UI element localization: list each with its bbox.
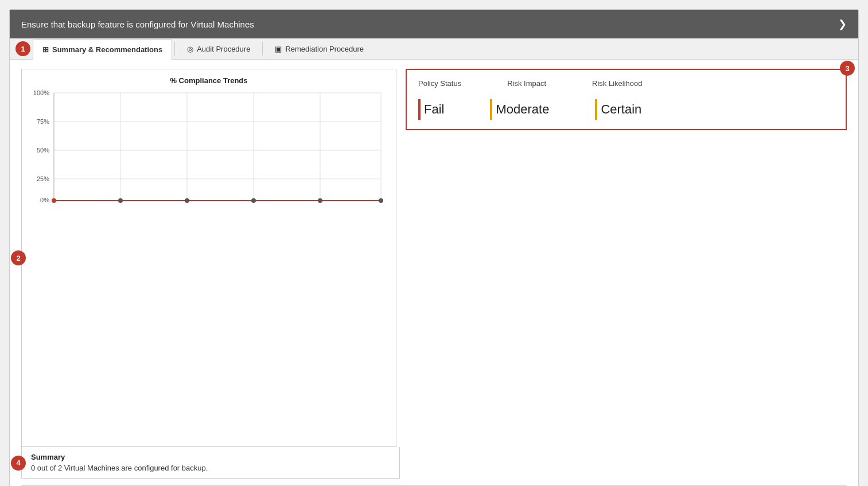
summary-text: 0 out of 2 Virtual Machines are configur…: [31, 464, 390, 472]
tab-separator-2: [262, 42, 263, 56]
policy-status-bar: [418, 99, 421, 120]
svg-point-20: [318, 198, 322, 203]
chart-svg: 100% 75% 50% 25% 0%: [31, 91, 387, 205]
risk-impact-value: Moderate: [490, 99, 549, 120]
main-card: Ensure that backup feature is configured…: [9, 9, 859, 486]
svg-text:0%: 0%: [40, 197, 49, 203]
tab-remediation-label: Remediation Procedure: [285, 45, 364, 53]
risk-likelihood-value: Certain: [595, 99, 641, 120]
step-circle-3: 3: [840, 61, 855, 76]
step-circle-4: 4: [11, 456, 26, 471]
top-section: 2 % Compliance Trends 100% 75% 50% 25%: [21, 69, 847, 447]
chart-wrapper: 2 % Compliance Trends 100% 75% 50% 25%: [21, 69, 396, 447]
tab-audit[interactable]: ◎ Audit Procedure: [177, 38, 260, 59]
tab-audit-label: Audit Procedure: [197, 45, 250, 53]
summary-title: Summary: [31, 453, 390, 461]
policy-status-value: Fail: [418, 99, 444, 120]
chart-section: % Compliance Trends 100% 75% 50% 25% 0%: [21, 69, 396, 447]
header-title: Ensure that backup feature is configured…: [21, 19, 254, 29]
chart-title: % Compliance Trends: [31, 76, 387, 85]
svg-text:50%: 50%: [37, 147, 49, 154]
page-wrapper: Ensure that backup feature is configured…: [0, 0, 868, 486]
step-circle-2: 2: [11, 250, 26, 265]
summary-section: Summary 0 out of 2 Virtual Machines are …: [21, 447, 400, 479]
recommendations-wrapper: 5 Recommendations Ensure that backup fea…: [21, 479, 847, 486]
status-values-row: Fail Moderate Certain: [418, 99, 834, 120]
step-circle-1: 1: [15, 41, 30, 56]
tab-remediation[interactable]: ▣ Remediation Procedure: [265, 38, 373, 59]
tab-bar: 1 ⊞ Summary & Recommendations ◎ Audit Pr…: [10, 38, 858, 60]
svg-text:100%: 100%: [33, 91, 49, 96]
summary-wrapper: 4 Summary 0 out of 2 Virtual Machines ar…: [21, 447, 847, 479]
svg-point-18: [185, 198, 189, 203]
status-labels-row: Policy Status Risk Impact Risk Likelihoo…: [418, 79, 834, 88]
tab-audit-icon: ◎: [187, 45, 193, 53]
content-area: 2 % Compliance Trends 100% 75% 50% 25%: [10, 60, 858, 486]
status-wrapper: 3 Policy Status Risk Impact Risk Likelih…: [401, 69, 847, 447]
svg-point-19: [251, 198, 256, 203]
svg-text:75%: 75%: [37, 118, 49, 125]
status-panel: Policy Status Risk Impact Risk Likelihoo…: [406, 69, 847, 130]
risk-likelihood-label: Risk Likelihood: [592, 79, 642, 88]
risk-impact-label: Risk Impact: [507, 79, 546, 88]
svg-point-16: [52, 198, 56, 203]
policy-status-label: Policy Status: [418, 79, 461, 88]
chart-area: 100% 75% 50% 25% 0%: [31, 91, 387, 205]
header-bar: Ensure that backup feature is configured…: [10, 10, 858, 38]
risk-impact-text: Moderate: [496, 102, 549, 117]
policy-status-text: Fail: [424, 102, 444, 117]
risk-likelihood-text: Certain: [601, 102, 641, 117]
header-chevron[interactable]: ❯: [838, 18, 847, 30]
tab-summary-label: Summary & Recommendations: [52, 45, 162, 54]
tab-separator-1: [174, 42, 175, 56]
tab-remediation-icon: ▣: [275, 45, 282, 53]
risk-impact-bar: [490, 99, 492, 120]
svg-point-21: [379, 198, 383, 203]
tab-summary-icon: ⊞: [42, 45, 49, 54]
tab-summary[interactable]: ⊞ Summary & Recommendations: [33, 39, 172, 60]
risk-likelihood-bar: [595, 99, 597, 120]
svg-point-17: [118, 198, 123, 203]
svg-text:25%: 25%: [37, 175, 49, 182]
